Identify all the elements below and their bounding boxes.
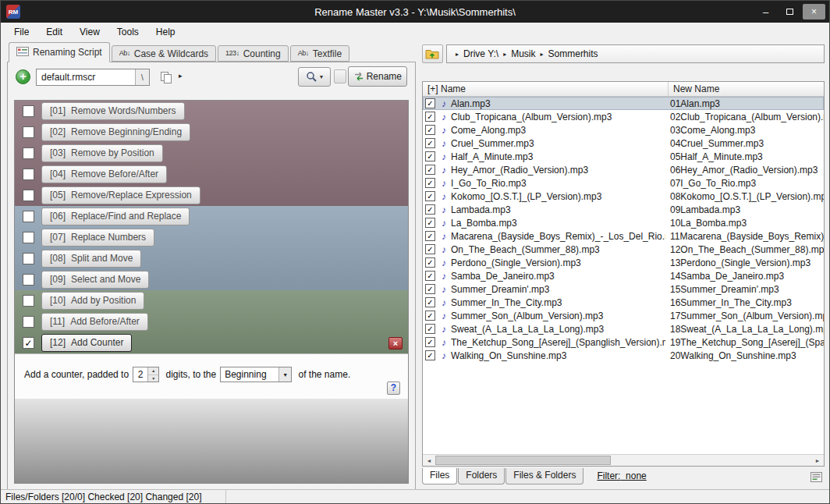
file-checkbox[interactable]: ✓ xyxy=(425,191,435,201)
file-checkbox[interactable]: ✓ xyxy=(425,284,435,294)
file-row[interactable]: ✓ ♪ Perdono_(Single_Version).mp3 13Perdo… xyxy=(423,256,824,269)
add-script-button[interactable]: + xyxy=(16,69,30,84)
menu-file[interactable]: File xyxy=(5,23,37,41)
rule-checkbox[interactable] xyxy=(23,295,34,307)
tab-renaming-script[interactable]: Renaming Script xyxy=(9,42,110,62)
script-selector[interactable]: default.rmscr \ xyxy=(36,69,150,86)
file-row[interactable]: ✓ ♪ Summer_Dreamin'.mp3 15Summer_Dreamin… xyxy=(423,282,824,296)
rule-checkbox[interactable] xyxy=(23,169,34,180)
file-checkbox[interactable]: ✓ xyxy=(425,151,435,161)
column-header-name[interactable]: [+] Name xyxy=(423,82,669,96)
close-rule-icon[interactable]: × xyxy=(388,337,403,350)
rule-checkbox[interactable] xyxy=(23,274,34,286)
file-row[interactable]: ✓ ♪ Lambada.mp3 09Lambada.mp3 xyxy=(423,203,824,216)
file-checkbox[interactable]: ✓ xyxy=(425,297,435,307)
file-checkbox[interactable]: ✓ xyxy=(425,218,435,228)
file-row[interactable]: ✓ ♪ Alan.mp3 01Alan.mp3 xyxy=(423,97,824,110)
tab-textfile[interactable]: Ab↓ Textfile xyxy=(290,45,349,62)
menu-edit[interactable]: Edit xyxy=(37,23,71,41)
file-row[interactable]: ✓ ♪ Summer_Son_(Album_Version).mp3 17Sum… xyxy=(423,309,824,322)
folder-up-button[interactable] xyxy=(422,44,443,63)
file-checkbox[interactable]: ✓ xyxy=(425,231,435,241)
rule-button[interactable]: [07]Replace Numbers xyxy=(41,229,154,247)
maximize-button[interactable] xyxy=(779,4,801,20)
list-tab-folders[interactable]: Folders xyxy=(458,468,505,484)
tab-case-wildcards[interactable]: Ab↓ Case & Wildcards xyxy=(112,45,216,62)
rule-button[interactable]: [11]Add Before/After xyxy=(41,313,148,331)
rule-checkbox[interactable]: ✓ xyxy=(23,337,34,349)
menu-help[interactable]: Help xyxy=(147,23,184,41)
menu-view[interactable]: View xyxy=(71,23,108,41)
list-tab-files-folders[interactable]: Files & Folders xyxy=(505,468,583,484)
file-checkbox[interactable]: ✓ xyxy=(425,257,435,268)
help-button[interactable]: ? xyxy=(387,382,400,395)
file-row[interactable]: ✓ ♪ The_Ketchup_Song_[Aserej]_(Spanglish… xyxy=(423,335,824,349)
file-checkbox[interactable]: ✓ xyxy=(425,178,435,188)
rule-checkbox[interactable] xyxy=(23,105,34,117)
file-row[interactable]: ✓ ♪ Macarena_(Bayside_Boys_Remix)_-_Los_… xyxy=(423,229,824,243)
tab-counting[interactable]: 123↓ Counting xyxy=(218,45,289,62)
rule-button[interactable]: [05]Remove/Replace Expression xyxy=(41,186,200,204)
scroll-right-icon[interactable]: ► xyxy=(811,455,824,466)
rule-button[interactable]: [12]Add Counter xyxy=(41,334,132,352)
position-dropdown[interactable]: Beginning▼ xyxy=(220,367,292,382)
list-options-button[interactable] xyxy=(809,470,824,483)
breadcrumb-item[interactable]: Drive Y:\ xyxy=(463,48,498,59)
file-checkbox[interactable]: ✓ xyxy=(425,98,435,108)
column-header-new-name[interactable]: New Name xyxy=(669,82,824,96)
file-row[interactable]: ✓ ♪ Hey_Amor_(Radio_Version).mp3 06Hey_A… xyxy=(423,163,824,176)
expand-caret-icon[interactable]: ▸ xyxy=(179,72,183,80)
preview-options-button[interactable] xyxy=(334,69,346,83)
rule-checkbox[interactable] xyxy=(23,190,34,201)
rule-button[interactable]: [01]Remove Words/Numbers xyxy=(41,102,185,120)
rule-checkbox[interactable] xyxy=(23,211,34,222)
rule-checkbox[interactable] xyxy=(23,253,34,264)
file-row[interactable]: ✓ ♪ Samba_De_Janeiro.mp3 14Samba_De_Jane… xyxy=(423,269,824,282)
script-browse-icon[interactable]: \ xyxy=(135,69,149,85)
rule-checkbox[interactable] xyxy=(23,316,34,328)
file-row[interactable]: ✓ ♪ Club_Tropicana_(Album_Version).mp3 0… xyxy=(423,110,824,123)
minimize-button[interactable]: – xyxy=(754,4,777,20)
file-checkbox[interactable]: ✓ xyxy=(425,112,435,122)
spinner-up-icon[interactable]: ▲ xyxy=(148,367,158,375)
file-row[interactable]: ✓ ♪ Walking_On_Sunshine.mp3 20Walking_On… xyxy=(423,349,824,362)
file-row[interactable]: ✓ ♪ Cruel_Summer.mp3 04Cruel_Summer.mp3 xyxy=(423,137,824,150)
preview-search-button[interactable]: ▾ xyxy=(298,67,331,87)
dropdown-arrow-icon[interactable]: ▼ xyxy=(278,367,291,382)
file-checkbox[interactable]: ✓ xyxy=(425,244,435,254)
scrollbar-thumb[interactable] xyxy=(435,456,611,465)
list-tab-files[interactable]: Files xyxy=(422,468,457,484)
breadcrumb-item[interactable]: Sommerhits xyxy=(548,48,598,59)
file-checkbox[interactable]: ✓ xyxy=(425,165,435,175)
file-row[interactable]: ✓ ♪ Sweat_(A_La_La_La_La_Long).mp3 18Swe… xyxy=(423,322,824,335)
file-row[interactable]: ✓ ♪ La_Bomba.mp3 10La_Bomba.mp3 xyxy=(423,216,824,229)
rule-button[interactable]: [02]Remove Beginning/Ending xyxy=(41,123,190,141)
file-row[interactable]: ✓ ♪ Come_Along.mp3 03Come_Along.mp3 xyxy=(423,123,824,137)
close-button[interactable]: × xyxy=(803,4,825,20)
search-dropdown-icon[interactable]: ▾ xyxy=(320,73,323,80)
file-row[interactable]: ✓ ♪ Summer_In_The_City.mp3 16Summer_In_T… xyxy=(423,296,824,309)
rule-checkbox[interactable] xyxy=(23,147,34,159)
scroll-left-icon[interactable]: ◄ xyxy=(423,455,435,466)
rule-button[interactable]: [03]Remove by Position xyxy=(41,144,163,162)
rule-button[interactable]: [04]Remove Before/After xyxy=(41,165,167,183)
file-checkbox[interactable]: ✓ xyxy=(425,311,435,321)
rename-button[interactable]: Rename xyxy=(348,66,407,87)
file-checkbox[interactable]: ✓ xyxy=(425,125,435,135)
file-row[interactable]: ✓ ♪ On_The_Beach_(Summer_88).mp3 12On_Th… xyxy=(423,243,824,256)
digits-stepper[interactable]: 2▲▼ xyxy=(133,367,159,382)
file-checkbox[interactable]: ✓ xyxy=(425,271,435,281)
file-checkbox[interactable]: ✓ xyxy=(425,337,435,347)
file-checkbox[interactable]: ✓ xyxy=(425,204,435,215)
rule-button[interactable]: [09]Select and Move xyxy=(41,271,149,289)
file-checkbox[interactable]: ✓ xyxy=(425,138,435,148)
file-row[interactable]: ✓ ♪ Kokomo_[O.S.T.]_(LP_Version).mp3 08K… xyxy=(423,190,824,203)
menu-tools[interactable]: Tools xyxy=(108,23,147,41)
rule-checkbox[interactable] xyxy=(23,232,34,243)
scrollbar-track[interactable] xyxy=(611,455,811,466)
copy-script-button[interactable] xyxy=(156,68,176,87)
file-row[interactable]: ✓ ♪ Half_A_Minute.mp3 05Half_A_Minute.mp… xyxy=(423,150,824,163)
rule-button[interactable]: [10]Add by Position xyxy=(41,292,144,310)
spinner-down-icon[interactable]: ▼ xyxy=(148,375,158,382)
breadcrumb-item[interactable]: Musik xyxy=(511,48,535,59)
